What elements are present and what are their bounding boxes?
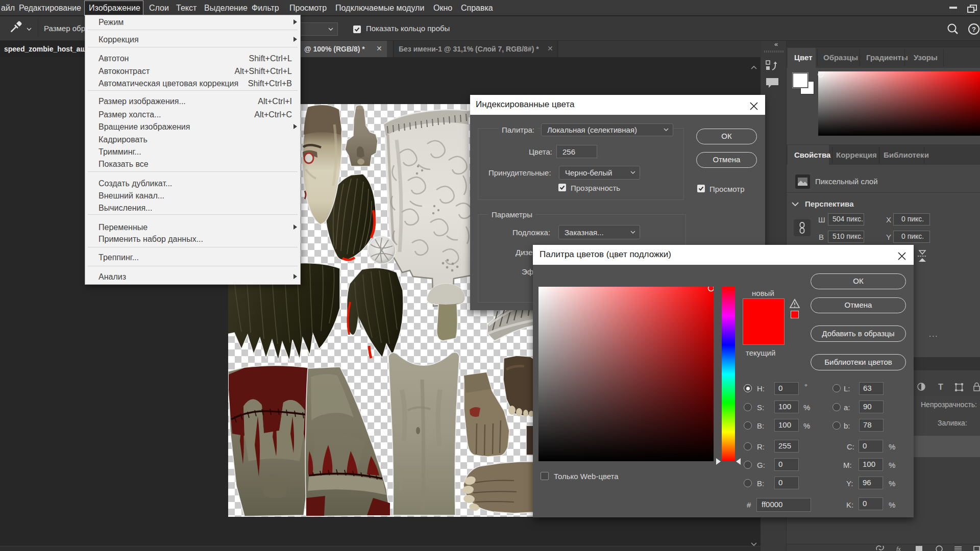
svg-text:fx: fx [896, 545, 901, 551]
svg-text:?: ? [972, 26, 976, 33]
svg-text:T: T [938, 383, 943, 391]
